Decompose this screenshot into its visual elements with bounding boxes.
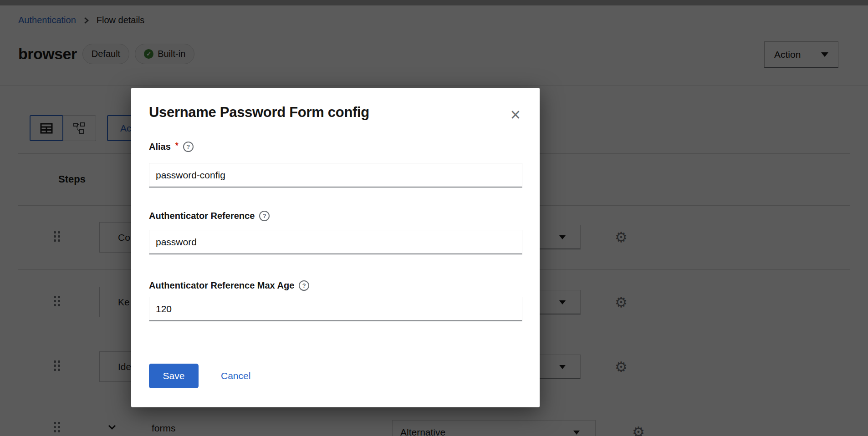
cancel-button[interactable]: Cancel <box>221 364 250 388</box>
help-icon[interactable]: ? <box>183 142 194 152</box>
help-icon[interactable]: ? <box>259 211 270 221</box>
authenticator-reference-label: Authenticator Reference ? <box>149 211 270 221</box>
close-icon[interactable]: × <box>511 106 521 123</box>
flow-details-page: Authentication Flow details browser Defa… <box>0 0 868 436</box>
max-age-label: Authenticator Reference Max Age ? <box>149 280 309 291</box>
config-modal: Username Password Form config × Alias * … <box>131 88 540 407</box>
alias-input[interactable] <box>149 163 522 188</box>
modal-title: Username Password Form config <box>149 104 369 121</box>
alias-label: Alias * ? <box>149 142 194 152</box>
help-icon[interactable]: ? <box>299 280 309 291</box>
save-button[interactable]: Save <box>149 364 199 388</box>
required-marker: * <box>175 141 179 151</box>
authenticator-reference-input[interactable] <box>149 230 522 254</box>
max-age-input[interactable] <box>149 297 522 321</box>
